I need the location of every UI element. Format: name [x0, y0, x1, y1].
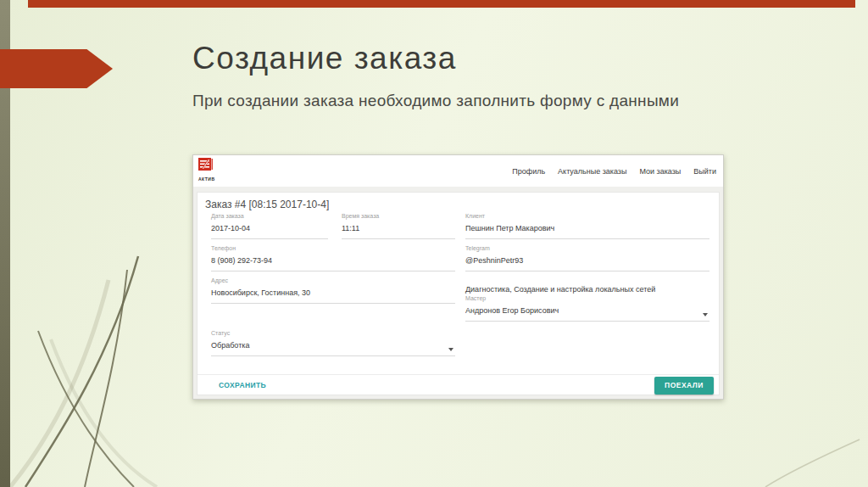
nav-item-actual-orders[interactable]: Актуальные заказы — [558, 167, 626, 176]
master-label: Мастер — [465, 295, 709, 302]
client-input[interactable]: Пешнин Петр Макарович — [465, 224, 709, 232]
order-form-card: Заказ #4 [08:15 2017-10-4] Дата заказа 2… — [197, 192, 720, 395]
save-button[interactable]: СОХРАНИТЬ — [219, 381, 266, 389]
address-input[interactable]: Новосибирск, Гостинная, 30 — [211, 288, 455, 297]
telegram-input[interactable]: @PeshninPetr93 — [465, 256, 709, 265]
app-nav: Профиль Актуальные заказы Мои заказы Вый… — [512, 155, 716, 187]
field-status: Статус Обработка — [211, 330, 455, 356]
services-text: Диагностика, Создание и настройка локаль… — [465, 285, 655, 294]
field-client: Клиент Пешнин Петр Макарович — [465, 213, 709, 239]
phone-input[interactable]: 8 (908) 292-73-94 — [211, 256, 455, 265]
nav-item-logout[interactable]: Выйти — [693, 167, 716, 176]
logo-label: АКТИВ — [198, 176, 224, 182]
order-date-input[interactable]: 2017-10-04 — [211, 224, 328, 232]
order-title: Заказ #4 [08:15 2017-10-4] — [205, 199, 329, 210]
address-label: Адрес — [211, 277, 455, 284]
chevron-down-icon[interactable] — [703, 313, 708, 316]
go-button[interactable]: ПОЕХАЛИ — [654, 377, 714, 395]
logo-icon — [198, 158, 213, 172]
app-screenshot: АКТИВ Профиль Актуальные заказы Мои зака… — [192, 154, 724, 400]
phone-label: Телефон — [211, 245, 455, 252]
slide-subtitle: При создании заказа необходимо заполнить… — [192, 92, 679, 110]
order-date-label: Дата заказа — [211, 213, 328, 220]
top-accent-bar — [28, 0, 855, 8]
nav-item-my-orders[interactable]: Мои заказы — [639, 167, 681, 176]
nav-item-profile[interactable]: Профиль — [512, 167, 545, 176]
field-address: Адрес Новосибирск, Гостинная, 30 — [211, 277, 455, 304]
status-label: Статус — [211, 330, 455, 337]
order-time-label: Время заказа — [342, 213, 455, 220]
field-master: Мастер Андронов Егор Борисович — [465, 295, 709, 322]
app-header-bar: АКТИВ Профиль Актуальные заказы Мои зака… — [193, 155, 723, 188]
order-time-input[interactable]: 11:11 — [342, 224, 455, 232]
chevron-down-icon[interactable] — [448, 348, 453, 351]
field-phone: Телефон 8 (908) 292-73-94 — [211, 245, 455, 271]
client-label: Клиент — [465, 213, 709, 220]
logo: АКТИВ — [198, 158, 224, 182]
footer-divider — [198, 374, 719, 375]
slide-title: Создание заказа — [192, 41, 457, 76]
field-telegram: Telegram @PeshninPetr93 — [465, 245, 709, 271]
title-arrow-decoration — [0, 49, 113, 88]
telegram-label: Telegram — [465, 245, 709, 252]
status-select[interactable]: Обработка — [211, 341, 455, 350]
app-page: Заказ #4 [08:15 2017-10-4] Дата заказа 2… — [193, 187, 723, 399]
master-select[interactable]: Андронов Егор Борисович — [465, 306, 709, 315]
slide-background: Создание заказа При создании заказа необ… — [0, 0, 868, 487]
field-order-time: Время заказа 11:11 — [342, 213, 455, 239]
field-order-date: Дата заказа 2017-10-04 — [211, 213, 328, 239]
